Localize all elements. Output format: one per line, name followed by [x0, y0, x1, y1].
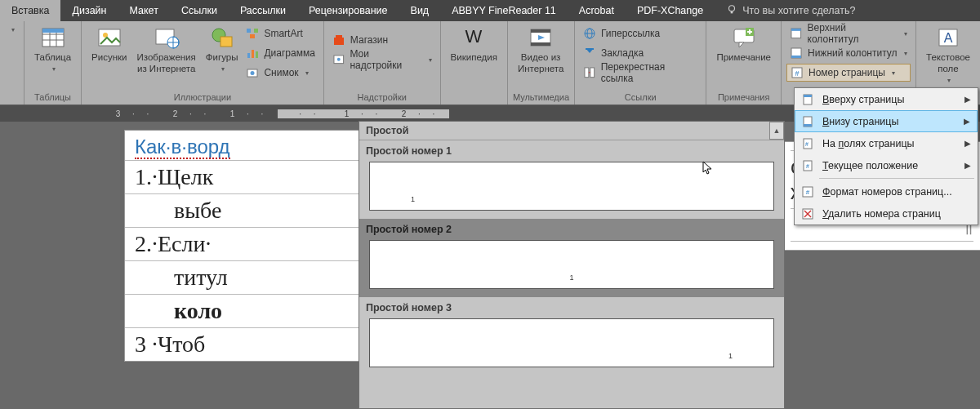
hyperlink-button[interactable]: Гиперссылка [580, 24, 701, 42]
page-margins-icon: # [801, 137, 814, 150]
menu-bottom-of-page[interactable]: Внизу страницы ▶ [795, 110, 978, 132]
smartart-icon [246, 27, 259, 40]
page-number-icon: # [791, 66, 804, 79]
footer-icon [790, 47, 803, 60]
svg-rect-13 [220, 37, 232, 47]
svg-rect-23 [336, 35, 342, 38]
svg-rect-22 [334, 38, 344, 45]
wikipedia-label: Википедия [451, 51, 497, 63]
menu-label: Формат номеров страниц... [822, 186, 952, 198]
wikipedia-icon: W [461, 24, 487, 51]
store-icon [332, 33, 345, 47]
store-button[interactable]: Магазин [329, 31, 435, 49]
tell-me-placeholder: Что вы хотите сделать? [742, 5, 855, 16]
my-addins-button[interactable]: Мои надстройки▾ [329, 51, 435, 69]
svg-rect-36 [585, 68, 589, 78]
page-bottom-icon [801, 115, 814, 128]
video-icon [528, 24, 554, 51]
bookmark-button[interactable]: Закладка [580, 44, 701, 62]
group-media: Мультимедиа [513, 91, 569, 104]
menu-page-margins[interactable]: # На полях страницы ▶ [795, 132, 978, 154]
tab-acrobat[interactable]: Acrobat [568, 0, 626, 21]
menu-current-position[interactable]: # Текущее положение ▶ [795, 154, 978, 176]
lightbulb-icon [726, 4, 737, 18]
svg-rect-15 [254, 29, 258, 33]
smartart-button[interactable]: SmartArt [243, 24, 318, 42]
screenshot-button[interactable]: Снимок▾ [243, 64, 318, 82]
gallery-item-simple-2[interactable]: Простой номер 2 1 [359, 219, 784, 297]
submenu-arrow-icon: ▶ [964, 95, 971, 104]
tab-layout[interactable]: Макет [118, 0, 170, 21]
menu-remove-page-numbers[interactable]: Удалить номера страниц [795, 202, 978, 225]
tab-pdfxchange[interactable]: PDF-XChange [626, 0, 715, 21]
chart-button[interactable]: Диаграмма [243, 44, 318, 62]
tab-review[interactable]: Рецензирование [297, 0, 399, 21]
gallery-scroll-up[interactable]: ▲ [769, 122, 784, 140]
group-tables: Таблицы [29, 91, 76, 104]
menu-format-page-numbers[interactable]: # Формат номеров страниц... [795, 180, 978, 202]
textbox-button[interactable]: A Текстовое поле▾ [921, 23, 975, 87]
footer-label: Нижний колонтитул [808, 47, 898, 59]
gallery-item-title: Простой номер 1 [366, 144, 777, 162]
svg-rect-14 [247, 29, 251, 33]
store-label: Магазин [350, 34, 388, 46]
shapes-button[interactable]: Фигуры▾ [201, 23, 243, 75]
menu-label: Внизу страницы [822, 116, 898, 127]
gallery-item-simple-1[interactable]: Простой номер 1 1 [359, 140, 784, 219]
header-button[interactable]: Верхний колонтитул▾ [786, 24, 911, 42]
page-top-icon [801, 93, 814, 106]
crossref-label: Перекрестная ссылка [601, 61, 698, 84]
group-illustrations: Иллюстрации [87, 91, 318, 104]
svg-rect-35 [586, 48, 594, 50]
gallery-preview: 1 [369, 240, 774, 289]
smartart-label: SmartArt [264, 28, 302, 39]
tab-insert[interactable]: Вставка [0, 0, 60, 21]
header-icon [790, 27, 803, 40]
svg-text:#: # [806, 189, 810, 196]
svg-point-25 [337, 58, 341, 61]
table-button[interactable]: Таблица▾ [29, 23, 76, 75]
tab-references[interactable]: Ссылки [170, 0, 229, 21]
svg-rect-1 [731, 11, 733, 13]
comment-button[interactable]: Примечание [711, 23, 776, 63]
svg-rect-17 [247, 53, 250, 58]
svg-point-0 [729, 5, 735, 11]
menu-label: Вверху страницы [822, 94, 905, 105]
pictures-button[interactable]: Рисунки [87, 23, 131, 63]
table-label: Таблица [34, 51, 71, 63]
svg-text:#: # [795, 69, 799, 78]
online-video-button[interactable]: Видео из Интернета [513, 23, 568, 74]
online-pictures-button[interactable]: Изображения из Интернета [132, 23, 201, 74]
shapes-label: Фигуры [206, 51, 238, 63]
wikipedia-button[interactable]: W Википедия [446, 23, 502, 63]
tab-view[interactable]: Вид [399, 0, 441, 21]
svg-rect-37 [590, 68, 595, 78]
svg-rect-28 [531, 29, 550, 33]
shapes-icon [209, 24, 235, 51]
tab-mailings[interactable]: Рассылки [229, 0, 297, 21]
tab-abbyy[interactable]: ABBYY FineReader 11 [440, 0, 568, 21]
tell-me-search[interactable]: Что вы хотите сделать? [715, 0, 855, 21]
tab-design[interactable]: Дизайн [60, 0, 118, 21]
chart-icon [246, 47, 259, 60]
svg-rect-18 [252, 50, 254, 58]
svg-point-21 [251, 71, 255, 75]
crossref-icon [583, 66, 596, 79]
crossref-button[interactable]: Перекрестная ссылка [580, 64, 701, 82]
gallery-item-simple-3[interactable]: Простой номер 3 1 [359, 297, 784, 376]
textbox-icon: A [935, 24, 961, 51]
format-number-icon: # [801, 185, 814, 198]
page-number-button[interactable]: #Номер страницы▾ [786, 64, 911, 82]
hyperlink-label: Гиперссылка [601, 28, 660, 39]
svg-rect-7 [42, 29, 64, 33]
svg-rect-46 [791, 56, 801, 58]
pictures-label: Рисунки [91, 51, 127, 63]
gallery-item-title: Простой номер 3 [366, 300, 777, 318]
bookmark-icon [583, 47, 596, 60]
unknown-split-left[interactable]: ▾ [5, 23, 20, 36]
online-video-label: Видео из Интернета [518, 51, 564, 74]
current-position-icon: # [801, 159, 814, 172]
footer-button[interactable]: Нижний колонтитул▾ [786, 44, 911, 62]
menu-top-of-page[interactable]: Вверху страницы ▶ [795, 88, 978, 110]
group-links: Ссылки [580, 91, 701, 104]
